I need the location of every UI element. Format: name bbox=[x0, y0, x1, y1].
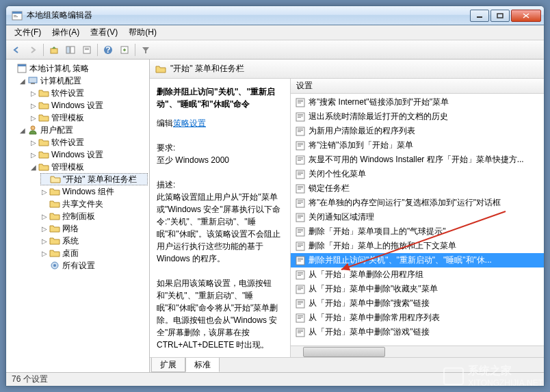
setting-label: 将"搜索 Internet"链接添加到"开始"菜单 bbox=[309, 96, 449, 108]
menu-action[interactable]: 操作(A) bbox=[47, 25, 85, 40]
svg-rect-57 bbox=[298, 218, 301, 218]
setting-row[interactable]: 锁定任务栏 bbox=[291, 181, 544, 196]
setting-row[interactable]: 删除「开始」菜单上的拖放和上下文菜单 bbox=[291, 239, 544, 253]
setting-row[interactable]: 灰显不可用的 Windows Installer 程序「开始」菜单快捷方... bbox=[291, 153, 544, 167]
folder-icon bbox=[38, 161, 49, 172]
setting-row[interactable]: 从「开始」菜单中删除"搜索"链接 bbox=[291, 296, 544, 311]
setting-row[interactable]: 删除并阻止访问"关机"、"重新启动"、"睡眠"和"休... bbox=[291, 253, 544, 267]
tree-all-settings[interactable]: 所有设置 bbox=[40, 259, 148, 272]
tree-win-components[interactable]: ▷Windows 组件 bbox=[40, 185, 148, 198]
maximize-button[interactable] bbox=[490, 10, 510, 22]
tree-shared-folders[interactable]: 共享文件夹 bbox=[40, 198, 148, 210]
setting-row[interactable]: 将"在单独的内存空间运行"复选框添加到"运行"对话框 bbox=[291, 196, 544, 210]
setting-row[interactable]: 从「开始」菜单删除公用程序组 bbox=[291, 267, 544, 282]
tree-user-config[interactable]: ◢用户配置 bbox=[18, 124, 148, 136]
setting-row[interactable]: 关闭通知区域清理 bbox=[291, 210, 544, 224]
setting-row[interactable]: 从「开始」菜单中删除常用程序列表 bbox=[291, 311, 544, 325]
tree-system[interactable]: ▷系统 bbox=[40, 235, 148, 247]
horizontal-scrollbar[interactable] bbox=[291, 345, 544, 357]
back-button[interactable] bbox=[9, 42, 24, 57]
svg-rect-8 bbox=[70, 47, 75, 53]
content-header: "开始" 菜单和任务栏 bbox=[150, 60, 544, 79]
up-button[interactable] bbox=[47, 42, 62, 57]
setting-row[interactable]: 为新用户清除最近的程序列表 bbox=[291, 124, 544, 138]
setting-label: 将"注销"添加到「开始」菜单 bbox=[309, 140, 413, 151]
setting-row[interactable]: 将"搜索 Internet"链接添加到"开始"菜单 bbox=[291, 95, 544, 109]
svg-rect-53 bbox=[298, 203, 301, 204]
setting-row[interactable]: 关闭个性化菜单 bbox=[291, 167, 544, 181]
tree-start-taskbar[interactable]: "开始" 菜单和任务栏 bbox=[40, 173, 148, 185]
svg-rect-60 bbox=[298, 231, 303, 231]
tab-extended[interactable]: 扩展 bbox=[151, 358, 185, 372]
setting-row[interactable]: 退出系统时清除最近打开的文档的历史 bbox=[291, 109, 544, 124]
requirements-label: 要求: bbox=[157, 142, 283, 154]
svg-rect-67 bbox=[298, 258, 303, 259]
svg-rect-2 bbox=[14, 15, 16, 16]
edit-policy-link[interactable]: 策略设置 bbox=[173, 118, 206, 128]
tree-root[interactable]: 本地计算机 策略 bbox=[8, 62, 148, 75]
export-button[interactable] bbox=[117, 42, 132, 57]
window-title: 本地组策略编辑器 bbox=[27, 10, 470, 21]
setting-icon bbox=[295, 226, 306, 237]
tree-control-panel[interactable]: ▷控制面板 bbox=[40, 210, 148, 222]
setting-row[interactable]: 从「开始」菜单中删除"游戏"链接 bbox=[291, 325, 544, 339]
svg-rect-6 bbox=[51, 49, 57, 53]
scrollbar-thumb[interactable] bbox=[303, 347, 385, 357]
menu-help[interactable]: 帮助(H) bbox=[123, 25, 162, 40]
setting-label: 删除并阻止访问"关机"、"重新启动"、"睡眠"和"休... bbox=[309, 254, 492, 266]
tree-uc-software[interactable]: ▷软件设置 bbox=[29, 136, 148, 148]
setting-row[interactable]: 将"注销"添加到「开始」菜单 bbox=[291, 138, 544, 153]
tree-network[interactable]: ▷网络 bbox=[40, 222, 148, 235]
description-label: 描述: bbox=[157, 179, 283, 191]
setting-icon bbox=[295, 298, 306, 309]
column-header-settings[interactable]: 设置 bbox=[291, 79, 544, 94]
content-title: "开始" 菜单和任务栏 bbox=[170, 63, 244, 75]
svg-rect-37 bbox=[298, 146, 301, 146]
svg-rect-77 bbox=[298, 289, 301, 290]
svg-rect-25 bbox=[298, 103, 301, 103]
menu-view[interactable]: 查看(V) bbox=[85, 25, 123, 40]
tree-pane[interactable]: 本地计算机 策略 ◢计算机配置 ▷软件设置 ▷Windows 设置 ▷管理模板 … bbox=[6, 60, 150, 372]
properties-button[interactable] bbox=[79, 42, 94, 57]
svg-point-19 bbox=[31, 126, 35, 130]
svg-rect-76 bbox=[298, 288, 303, 289]
svg-rect-45 bbox=[298, 174, 301, 175]
svg-rect-48 bbox=[298, 187, 303, 188]
close-button[interactable] bbox=[511, 10, 541, 22]
tree-cc-admin[interactable]: ▷管理模板 bbox=[29, 112, 148, 124]
svg-rect-85 bbox=[298, 318, 301, 319]
setting-icon bbox=[295, 155, 306, 166]
svg-rect-47 bbox=[298, 186, 303, 187]
tree-computer-config[interactable]: ◢计算机配置 bbox=[18, 75, 148, 87]
description-text-1: 此策略设置阻止用户从"开始"菜单或"Windows 安全"屏幕执行以下命令:"关… bbox=[157, 191, 283, 265]
help-button[interactable]: ? bbox=[101, 42, 116, 57]
svg-rect-40 bbox=[298, 159, 303, 159]
show-hide-tree-button[interactable] bbox=[63, 42, 78, 57]
settings-list[interactable]: 将"搜索 Internet"链接添加到"开始"菜单退出系统时清除最近打开的文档的… bbox=[291, 94, 544, 345]
svg-rect-71 bbox=[298, 272, 303, 273]
setting-row[interactable]: 删除「开始」菜单项目上的"气球提示" bbox=[291, 224, 544, 239]
svg-rect-44 bbox=[298, 173, 303, 174]
svg-rect-80 bbox=[298, 302, 303, 303]
minimize-button[interactable] bbox=[470, 10, 489, 22]
setting-label: 退出系统时清除最近打开的文档的历史 bbox=[309, 111, 448, 122]
svg-rect-69 bbox=[298, 261, 301, 261]
folder-icon bbox=[49, 223, 60, 234]
tree-cc-software[interactable]: ▷软件设置 bbox=[29, 87, 148, 99]
tree-cc-windows[interactable]: ▷Windows 设置 bbox=[29, 99, 148, 112]
svg-rect-24 bbox=[298, 101, 303, 102]
svg-rect-68 bbox=[298, 259, 303, 260]
tree-uc-admin[interactable]: ◢管理模板 bbox=[29, 161, 148, 173]
filter-button[interactable] bbox=[138, 42, 153, 57]
setting-label: 关闭通知区域清理 bbox=[309, 211, 374, 223]
forward-button[interactable] bbox=[25, 42, 40, 57]
menu-file[interactable]: 文件(F) bbox=[9, 25, 47, 40]
tab-standard[interactable]: 标准 bbox=[185, 358, 220, 372]
svg-rect-83 bbox=[298, 315, 303, 316]
svg-text:?: ? bbox=[105, 45, 110, 55]
svg-rect-18 bbox=[31, 83, 35, 84]
setting-label: 删除「开始」菜单上的拖放和上下文菜单 bbox=[309, 240, 456, 252]
tree-uc-windows[interactable]: ▷Windows 设置 bbox=[29, 148, 148, 161]
setting-row[interactable]: 从「开始」菜单中删除"收藏夹"菜单 bbox=[291, 282, 544, 296]
tree-desktop[interactable]: ▷桌面 bbox=[40, 247, 148, 259]
